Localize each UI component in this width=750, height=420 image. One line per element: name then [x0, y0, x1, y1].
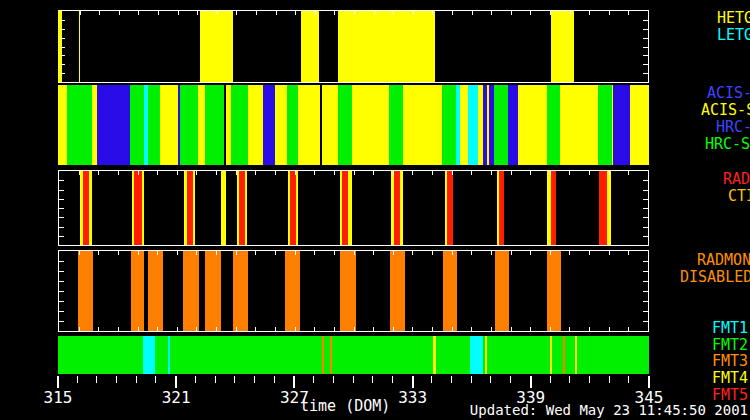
legend-label-fmt4: FMT4 [712, 369, 748, 387]
minor-tick [373, 327, 374, 331]
minor-tick [295, 251, 296, 255]
minor-tick [334, 327, 335, 331]
minor-tick [609, 171, 610, 175]
minor-tick [59, 190, 64, 191]
minor-tick [643, 311, 648, 312]
minor-tick [118, 327, 119, 331]
segment [338, 85, 352, 165]
minor-tick [589, 171, 590, 175]
band-gratings [58, 10, 649, 83]
minor-tick [254, 376, 255, 383]
segment [598, 85, 612, 165]
minor-tick [60, 29, 65, 30]
segment [205, 251, 220, 331]
minor-tick [643, 271, 648, 272]
minor-tick [628, 11, 629, 15]
legend-label-letg: LETG [717, 26, 750, 44]
segment [131, 251, 144, 331]
minor-tick [59, 180, 64, 181]
segment [607, 171, 611, 245]
minor-tick [77, 376, 78, 383]
minor-tick [550, 376, 551, 383]
legend-label-radmon: RADMON [697, 251, 750, 269]
minor-tick [79, 171, 80, 175]
minor-tick [60, 64, 65, 65]
minor-tick [511, 251, 512, 255]
minor-tick [530, 327, 531, 331]
minor-tick [643, 301, 648, 302]
minor-tick [197, 11, 198, 15]
minor-tick [471, 171, 472, 175]
minor-tick [334, 171, 335, 175]
minor-tick [609, 376, 610, 383]
segment [456, 85, 460, 165]
segment [495, 251, 509, 331]
segment [142, 171, 144, 245]
minor-tick [315, 11, 316, 15]
segment [67, 85, 92, 165]
segment [200, 11, 233, 82]
minor-tick [59, 311, 64, 312]
minor-tick [491, 251, 492, 255]
minor-tick [412, 327, 413, 331]
minor-tick [628, 327, 629, 331]
minor-tick [643, 227, 648, 228]
minor-tick [216, 251, 217, 255]
minor-tick [216, 327, 217, 331]
minor-tick [643, 38, 648, 39]
segment [470, 336, 483, 374]
minor-tick [569, 376, 570, 383]
minor-tick [195, 376, 196, 383]
minor-tick [256, 11, 257, 15]
minor-tick [452, 251, 453, 255]
minor-tick [471, 327, 472, 331]
segment [551, 171, 556, 245]
minor-tick [589, 327, 590, 331]
minor-tick [412, 171, 413, 175]
segment [78, 251, 93, 331]
segment [134, 171, 142, 245]
segment [97, 85, 130, 165]
segment [348, 171, 352, 245]
segment [483, 85, 487, 165]
legend-label-disabled: DISABLED [680, 268, 750, 286]
minor-tick [60, 55, 65, 56]
minor-tick [59, 281, 64, 282]
segment [183, 251, 199, 331]
band-instruments [58, 85, 649, 165]
minor-tick [609, 327, 610, 331]
minor-tick [373, 251, 374, 255]
minor-tick [59, 199, 64, 200]
minor-tick [609, 11, 610, 15]
minor-tick [138, 11, 139, 15]
segment [233, 251, 248, 331]
minor-tick [118, 171, 119, 175]
minor-tick [314, 327, 315, 331]
minor-tick [155, 376, 156, 383]
segment [296, 171, 298, 245]
minor-tick [393, 171, 394, 175]
minor-tick [116, 376, 117, 383]
minor-tick [643, 190, 648, 191]
minor-tick [490, 376, 491, 383]
minor-tick [118, 251, 119, 255]
minor-tick [511, 11, 512, 15]
segment [550, 336, 552, 374]
minor-tick [275, 171, 276, 175]
minor-tick [295, 171, 296, 175]
minor-tick [643, 217, 648, 218]
minor-tick [59, 227, 64, 228]
minor-tick [511, 171, 512, 175]
minor-tick [313, 376, 314, 383]
segment [563, 336, 565, 374]
minor-tick [354, 11, 355, 15]
minor-tick [393, 251, 394, 255]
segment [613, 85, 630, 165]
major-tick [530, 376, 532, 388]
minor-tick [589, 251, 590, 255]
minor-tick [157, 171, 158, 175]
minor-tick [295, 11, 296, 15]
minor-tick [236, 251, 237, 255]
segment [320, 85, 322, 165]
minor-tick [236, 171, 237, 175]
